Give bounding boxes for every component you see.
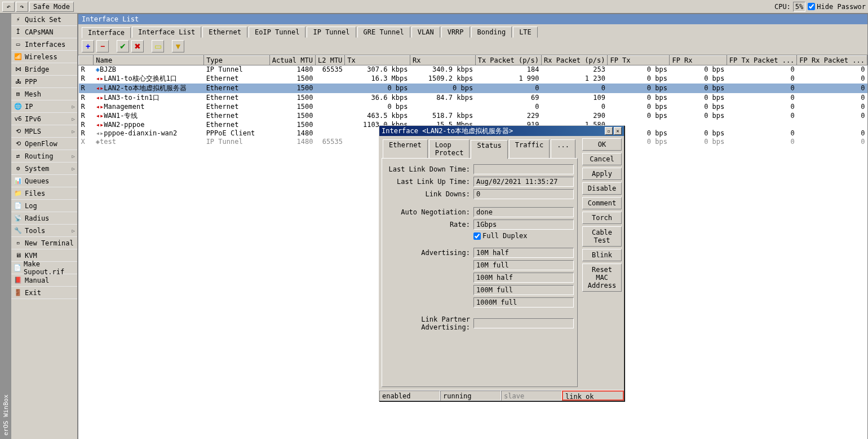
tab-vrrp[interactable]: VRRP <box>441 27 470 38</box>
table-row[interactable]: R◈BJZBIP Tunnel148065535307.6 kbps340.9 … <box>79 65 867 74</box>
link-partner-input[interactable] <box>473 318 574 328</box>
advertising-input[interactable] <box>473 297 574 308</box>
tab-lte[interactable]: LTE <box>513 27 538 38</box>
tab-vlan[interactable]: VLAN <box>411 27 440 38</box>
tab-ip-tunnel[interactable]: IP Tunnel <box>307 27 356 38</box>
dialog-tab-ethernet[interactable]: Ethernet <box>383 139 428 159</box>
disable-button[interactable]: ✖ <box>131 40 144 52</box>
link-downs-label: Link Downs: <box>386 190 473 198</box>
sidebar-item-label: Mesh <box>25 90 41 98</box>
advertising-input[interactable] <box>473 273 574 283</box>
sidebar-item-mpls[interactable]: ⟲MPLS▷ <box>11 125 77 138</box>
sidebar-item-log[interactable]: 📄Log <box>11 200 77 212</box>
column-header[interactable]: FP Tx <box>608 56 670 65</box>
table-row[interactable]: R◂▸LAN3-to-itn1口Ethernet150036.6 kbps84.… <box>79 93 867 103</box>
column-header[interactable]: FP Rx <box>670 56 727 65</box>
sidebar-item-wireless[interactable]: 📶Wireless <box>11 51 77 63</box>
ok-button[interactable]: OK <box>582 138 622 151</box>
rate-input[interactable] <box>473 220 574 230</box>
tab-interface-list[interactable]: Interface List <box>132 27 201 38</box>
sidebar-icon: 🌐 <box>14 102 23 111</box>
filter-button[interactable]: ▼ <box>172 40 184 52</box>
sidebar-item-manual[interactable]: 📕Manual <box>11 274 77 287</box>
chevron-right-icon: ▷ <box>72 228 75 234</box>
cancel-button[interactable]: Cancel <box>582 153 622 165</box>
cable-test-button[interactable]: Cable Test <box>582 226 622 247</box>
sidebar-item-new-terminal[interactable]: ▫New Terminal <box>11 237 77 249</box>
sidebar-item-ipv6[interactable]: v6IPv6▷ <box>11 113 77 125</box>
column-header[interactable]: Actual MTU <box>269 56 315 65</box>
dialog-titlebar[interactable]: Interface <LAN2-to本地虚拟机服务器> ▫ ✕ <box>379 126 624 136</box>
add-button[interactable]: + <box>82 40 94 52</box>
sidebar-item-queues[interactable]: 📊Queues <box>11 175 77 187</box>
sidebar-item-routing[interactable]: ⇄Routing▷ <box>11 150 77 163</box>
column-header[interactable]: Tx Packet (p/s) <box>475 56 541 65</box>
advertising-input[interactable] <box>473 260 574 270</box>
auto-negotiation-input[interactable] <box>473 207 574 217</box>
advertising-input[interactable] <box>473 248 574 258</box>
sidebar-item-openflow[interactable]: ⟲OpenFlow <box>11 138 77 150</box>
sidebar-item-capsman[interactable]: ÎCAPsMAN <box>11 26 77 38</box>
last-link-up-input[interactable] <box>473 177 574 187</box>
column-header[interactable]: Type <box>204 56 270 65</box>
link-downs-input[interactable] <box>473 189 574 199</box>
sidebar-item-interfaces[interactable]: ▭Interfaces <box>11 38 77 51</box>
dialog-tab-status[interactable]: Status <box>471 140 507 159</box>
column-header[interactable]: Name <box>94 56 204 65</box>
tab-eoip-tunnel[interactable]: EoIP Tunnel <box>249 27 305 38</box>
dialog-tab--[interactable]: ... <box>551 139 575 159</box>
sidebar-item-system[interactable]: ⚙System▷ <box>11 163 77 175</box>
full-duplex-input[interactable] <box>473 232 481 240</box>
column-header[interactable]: FP Tx Packet ... <box>727 56 797 65</box>
tab-interface[interactable]: Interface <box>82 27 131 38</box>
sidebar-icon: v6 <box>14 115 23 124</box>
sidebar-item-make-supout.rif[interactable]: 📄Make Supout.rif <box>11 262 77 274</box>
dialog-tab-loop-protect[interactable]: Loop Protect <box>429 139 470 159</box>
last-link-down-input[interactable] <box>473 164 574 174</box>
tab-bonding[interactable]: Bonding <box>471 27 512 38</box>
column-header[interactable]: Rx Packet (p/s) <box>542 56 608 65</box>
full-duplex-checkbox[interactable]: Full Duplex <box>473 232 527 240</box>
sidebar-item-radius[interactable]: 📡Radius <box>11 212 77 225</box>
table-row[interactable]: R◂▸ManagementEthernet15000 bps000 bps0 b… <box>79 103 867 111</box>
column-header[interactable]: FP Rx Packet ... <box>797 56 867 65</box>
comment-button[interactable]: ▭ <box>152 40 164 52</box>
apply-button[interactable]: Apply <box>582 168 622 180</box>
advertising-input[interactable] <box>473 285 574 295</box>
sidebar-item-ip[interactable]: 🌐IP▷ <box>11 100 77 113</box>
sidebar-item-tools[interactable]: 🔧Tools▷ <box>11 225 77 237</box>
column-header[interactable]: Rx <box>410 56 476 65</box>
torch-button[interactable]: Torch <box>582 212 622 224</box>
sidebar-item-mesh[interactable]: ⊞Mesh <box>11 88 77 100</box>
hide-passwords-checkbox[interactable]: Hide Passwor <box>808 3 866 11</box>
table-row[interactable]: R◂▸LAN2-to本地虚拟机服务器Ethernet15000 bps0 bps… <box>79 84 867 93</box>
sidebar-item-bridge[interactable]: ⋈Bridge <box>11 63 77 76</box>
sidebar-item-files[interactable]: 📁Files <box>11 187 77 200</box>
safe-mode-button[interactable]: Safe Mode <box>29 2 74 12</box>
tab-gre-tunnel[interactable]: GRE Tunnel <box>357 27 410 38</box>
blink-button[interactable]: Blink <box>582 249 622 261</box>
column-header[interactable]: Tx <box>345 56 410 65</box>
redo-button[interactable]: ↷ <box>16 2 28 12</box>
dialog-button-column: OKCancelApplyDisableCommentTorchCable Te… <box>582 138 622 388</box>
table-row[interactable]: R◂▸LAN1-to核心交换机1口Ethernet150016.3 Mbps15… <box>79 74 867 84</box>
comment-button[interactable]: Comment <box>582 197 622 209</box>
dialog-close-button[interactable]: ✕ <box>614 127 622 135</box>
remove-button[interactable]: − <box>96 40 109 52</box>
reset-mac-address-button[interactable]: Reset MAC Address <box>582 264 622 292</box>
sidebar-icon: Î <box>14 28 23 37</box>
sidebar-item-ppp[interactable]: 🖧PPP <box>11 76 77 88</box>
enable-button[interactable]: ✔ <box>117 40 129 52</box>
undo-button[interactable]: ↶ <box>2 2 15 12</box>
sidebar-item-exit[interactable]: 🚪Exit <box>11 287 77 299</box>
dialog-minimize-button[interactable]: ▫ <box>605 127 613 135</box>
column-header[interactable] <box>79 56 94 65</box>
tab-ethernet[interactable]: Ethernet <box>202 27 247 38</box>
interface-tabs: InterfaceInterface ListEthernetEoIP Tunn… <box>78 24 867 38</box>
column-header[interactable]: L2 MTU <box>316 56 345 65</box>
sidebar-item-quick-set[interactable]: ⚡Quick Set <box>11 14 77 26</box>
disable-button[interactable]: Disable <box>582 182 622 195</box>
table-row[interactable]: R◂▸WAN1-专线Ethernet1500463.5 kbps518.7 kb… <box>79 111 867 121</box>
hide-passwords-input[interactable] <box>808 3 815 10</box>
dialog-tab-traffic[interactable]: Traffic <box>509 139 550 159</box>
